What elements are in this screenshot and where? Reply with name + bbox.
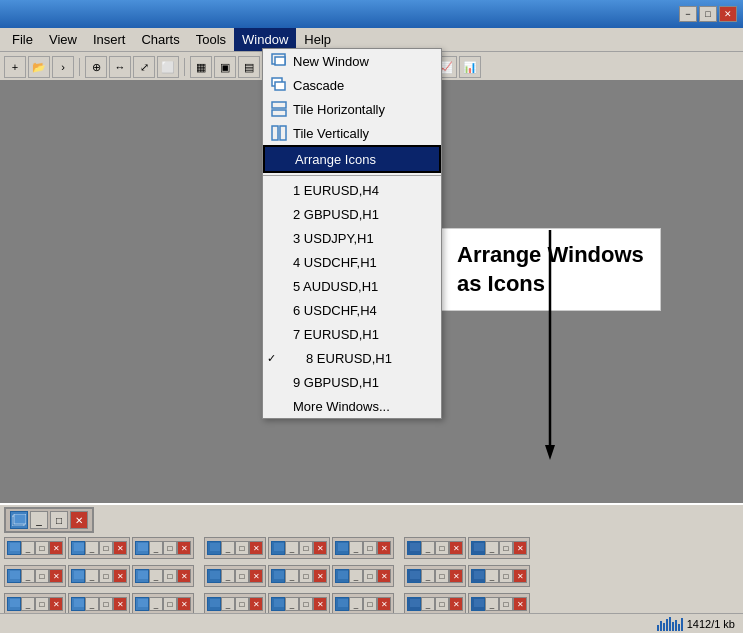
mini-btn-4b[interactable]: □: [235, 541, 249, 555]
mini-btn-r3-3a[interactable]: _: [149, 597, 163, 611]
menu-win5[interactable]: 5 AUDUSD,H1: [263, 274, 441, 298]
mini-btn-r2-6b[interactable]: □: [363, 569, 377, 583]
tb-btn-6[interactable]: ▦: [190, 56, 212, 78]
mini-btn-5a[interactable]: _: [285, 541, 299, 555]
mini-btn-r3-6a[interactable]: _: [349, 597, 363, 611]
mini-btn-r2-8a[interactable]: _: [485, 569, 499, 583]
mini-btn-r3-7a[interactable]: _: [421, 597, 435, 611]
mini-btn-r2-5a[interactable]: _: [285, 569, 299, 583]
mini-btn-r3-1a[interactable]: _: [21, 597, 35, 611]
tb-btn-3[interactable]: ↔: [109, 56, 131, 78]
mini-btn-r2-7a[interactable]: _: [421, 569, 435, 583]
mini-btn-r3-1c[interactable]: ✕: [49, 597, 63, 611]
tb-new[interactable]: +: [4, 56, 26, 78]
mini-btn-r2-1c[interactable]: ✕: [49, 569, 63, 583]
mini-btn-r3-6b[interactable]: □: [363, 597, 377, 611]
mini-btn-r2-1b[interactable]: □: [35, 569, 49, 583]
mini-btn-r2-5b[interactable]: □: [299, 569, 313, 583]
tb-btn-4[interactable]: ⤢: [133, 56, 155, 78]
menu-view[interactable]: View: [41, 28, 85, 51]
menu-win4[interactable]: 4 USDCHF,H1: [263, 250, 441, 274]
mini-btn-r3-8b[interactable]: □: [499, 597, 513, 611]
menu-arrange-icons[interactable]: Arrange Icons: [263, 145, 441, 173]
mini-btn-5c[interactable]: ✕: [313, 541, 327, 555]
menu-win9[interactable]: 9 GBPUSD,H1: [263, 370, 441, 394]
mini-btn-6a[interactable]: _: [349, 541, 363, 555]
mini-btn-3c[interactable]: ✕: [177, 541, 191, 555]
menu-win2[interactable]: 2 GBPUSD,H1: [263, 202, 441, 226]
mini-btn-1b[interactable]: □: [35, 541, 49, 555]
mini-btn-r2-1a[interactable]: _: [21, 569, 35, 583]
mini-btn-3a[interactable]: _: [149, 541, 163, 555]
mini-btn-2a[interactable]: _: [85, 541, 99, 555]
mini-btn-8c[interactable]: ✕: [513, 541, 527, 555]
mini-btn-r2-2b[interactable]: □: [99, 569, 113, 583]
mini-btn-7c[interactable]: ✕: [449, 541, 463, 555]
menu-win1[interactable]: 1 EURUSD,H4: [263, 178, 441, 202]
mini-btn-r2-4a[interactable]: _: [221, 569, 235, 583]
menu-cascade[interactable]: Cascade: [263, 73, 441, 97]
mini-btn-4c[interactable]: ✕: [249, 541, 263, 555]
mini-btn-r3-2b[interactable]: □: [99, 597, 113, 611]
mini-btn-5b[interactable]: □: [299, 541, 313, 555]
mini-btn-r3-5b[interactable]: □: [299, 597, 313, 611]
mini-btn-r3-2a[interactable]: _: [85, 597, 99, 611]
mini-btn-r2-7b[interactable]: □: [435, 569, 449, 583]
mini-btn-1c[interactable]: ✕: [49, 541, 63, 555]
mini-btn-6c[interactable]: ✕: [377, 541, 391, 555]
mini-btn-r3-5a[interactable]: _: [285, 597, 299, 611]
maximize-button[interactable]: □: [699, 6, 717, 22]
menu-file[interactable]: File: [4, 28, 41, 51]
menu-tile-vert[interactable]: Tile Vertically: [263, 121, 441, 145]
mini-btn-r2-8b[interactable]: □: [499, 569, 513, 583]
mini-btn-r2-3c[interactable]: ✕: [177, 569, 191, 583]
mini-btn-7b[interactable]: □: [435, 541, 449, 555]
mini-btn-r3-3c[interactable]: ✕: [177, 597, 191, 611]
mini-btn-4a[interactable]: _: [221, 541, 235, 555]
menu-tools[interactable]: Tools: [188, 28, 234, 51]
menu-win6[interactable]: 6 USDCHF,H4: [263, 298, 441, 322]
mini-btn-r2-3b[interactable]: □: [163, 569, 177, 583]
mini-btn-2b[interactable]: □: [99, 541, 113, 555]
mini-btn-r3-2c[interactable]: ✕: [113, 597, 127, 611]
mini-btn-r3-6c[interactable]: ✕: [377, 597, 391, 611]
mini-btn-r2-4c[interactable]: ✕: [249, 569, 263, 583]
mini-btn-r3-3b[interactable]: □: [163, 597, 177, 611]
menu-tile-horiz[interactable]: Tile Horizontally: [263, 97, 441, 121]
tb-chart-2[interactable]: 📊: [459, 56, 481, 78]
mini-btn-r2-8c[interactable]: ✕: [513, 569, 527, 583]
mini-btn-3b[interactable]: □: [163, 541, 177, 555]
mini-btn-8b[interactable]: □: [499, 541, 513, 555]
mini-btn-r3-5c[interactable]: ✕: [313, 597, 327, 611]
mini-btn-r2-6a[interactable]: _: [349, 569, 363, 583]
close-button[interactable]: ✕: [719, 6, 737, 22]
mini-btn-r3-1b[interactable]: □: [35, 597, 49, 611]
tb-btn-8[interactable]: ▤: [238, 56, 260, 78]
menu-win7[interactable]: 7 EURUSD,H1: [263, 322, 441, 346]
menu-win8[interactable]: 8 EURUSD,H1: [263, 346, 441, 370]
mini-btn-8a[interactable]: _: [485, 541, 499, 555]
menu-insert[interactable]: Insert: [85, 28, 134, 51]
mini-btn-r2-3a[interactable]: _: [149, 569, 163, 583]
mini-btn-r2-2c[interactable]: ✕: [113, 569, 127, 583]
mini-btn-r2-2a[interactable]: _: [85, 569, 99, 583]
menu-win3[interactable]: 3 USDJPY,H1: [263, 226, 441, 250]
large-win-minimize[interactable]: _: [30, 511, 48, 529]
mini-btn-1a[interactable]: _: [21, 541, 35, 555]
tb-btn-5[interactable]: ⬜: [157, 56, 179, 78]
menu-charts[interactable]: Charts: [133, 28, 187, 51]
tb-btn-7[interactable]: ▣: [214, 56, 236, 78]
mini-btn-7a[interactable]: _: [421, 541, 435, 555]
large-win-maximize[interactable]: □: [50, 511, 68, 529]
mini-btn-r2-7c[interactable]: ✕: [449, 569, 463, 583]
mini-btn-r2-5c[interactable]: ✕: [313, 569, 327, 583]
tb-arrow[interactable]: ›: [52, 56, 74, 78]
mini-btn-r2-6c[interactable]: ✕: [377, 569, 391, 583]
mini-btn-r3-8c[interactable]: ✕: [513, 597, 527, 611]
mini-btn-r3-4a[interactable]: _: [221, 597, 235, 611]
mini-btn-r3-4c[interactable]: ✕: [249, 597, 263, 611]
mini-btn-r2-4b[interactable]: □: [235, 569, 249, 583]
large-win-close[interactable]: ✕: [70, 511, 88, 529]
mini-btn-r3-8a[interactable]: _: [485, 597, 499, 611]
mini-btn-r3-4b[interactable]: □: [235, 597, 249, 611]
